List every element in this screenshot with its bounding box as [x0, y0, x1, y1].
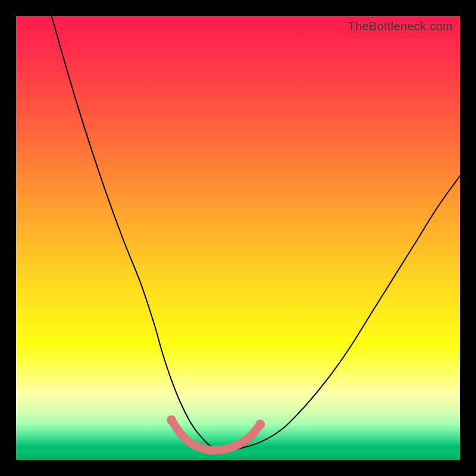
plot-area: TheBottleneck.com	[16, 16, 460, 460]
curve-layer	[16, 16, 460, 460]
chart-frame: TheBottleneck.com	[0, 0, 476, 476]
watermark-text: TheBottleneck.com	[348, 20, 453, 33]
optimal-endpoint-dot	[167, 415, 176, 425]
bottleneck-curve	[52, 16, 460, 450]
optimal-region-dots	[167, 415, 265, 429]
optimal-region-overlay	[171, 420, 260, 450]
optimal-endpoint-dot	[255, 419, 265, 429]
